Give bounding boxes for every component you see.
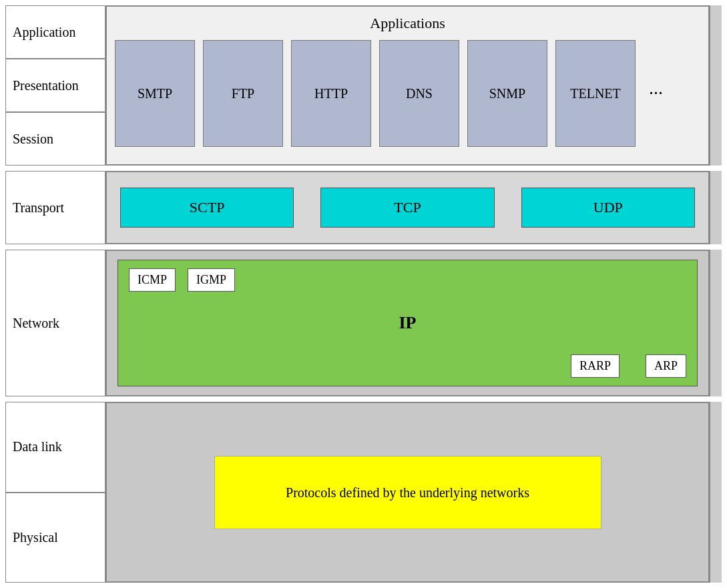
application-label: Application <box>5 5 105 59</box>
ip-container: IP ICMP IGMP RARP ARP <box>117 260 698 386</box>
ip-label: IP <box>399 313 417 333</box>
datalink-physical-content: Protocols defined by the underlying netw… <box>105 402 710 583</box>
app-protocols: SMTP FTP HTTP DNS SNMP TELNET ··· <box>115 40 700 147</box>
datalink-physical-row: Data link Physical Protocols defined by … <box>5 402 722 583</box>
transport-label-group: Transport <box>5 171 105 244</box>
transport-content: SCTP TCP UDP <box>105 171 710 244</box>
arp-box: ARP <box>646 354 686 378</box>
presentation-label: Presentation <box>5 59 105 112</box>
scrollbar4[interactable] <box>710 402 722 583</box>
app-label-group: Application Presentation Session <box>5 5 105 166</box>
app-content: Applications SMTP FTP HTTP DNS SNMP TELN… <box>105 5 710 166</box>
datalink-physical-label-group: Data link Physical <box>5 402 105 583</box>
scrollbar[interactable] <box>710 5 722 166</box>
http-box: HTTP <box>291 40 371 147</box>
scrollbar3[interactable] <box>710 250 722 396</box>
network-label: Network <box>5 250 105 396</box>
telnet-box: TELNET <box>555 40 636 147</box>
igmp-box: IGMP <box>188 268 235 292</box>
physical-label: Physical <box>5 493 105 583</box>
session-label: Session <box>5 112 105 166</box>
scrollbar2[interactable] <box>710 171 722 244</box>
udp-box: UDP <box>521 188 695 228</box>
rarp-box: RARP <box>571 354 620 378</box>
underlying-protocols-box: Protocols defined by the underlying netw… <box>214 456 601 529</box>
network-diagram: Application Presentation Session Applica… <box>0 0 727 588</box>
app-title: Applications <box>115 15 700 32</box>
icmp-box: ICMP <box>129 268 176 292</box>
network-layer-row: Network IP ICMP IGMP RARP ARP <box>5 250 722 396</box>
tcp-box: TCP <box>320 188 494 228</box>
network-label-group: Network <box>5 250 105 396</box>
ftp-box: FTP <box>203 40 283 147</box>
underlying-text: Protocols defined by the underlying netw… <box>286 483 529 503</box>
transport-label: Transport <box>5 171 105 244</box>
dns-box: DNS <box>379 40 459 147</box>
transport-layer-row: Transport SCTP TCP UDP <box>5 171 722 244</box>
more-dots: ··· <box>649 83 663 104</box>
network-content: IP ICMP IGMP RARP ARP <box>105 250 710 396</box>
smtp-box: SMTP <box>115 40 195 147</box>
sctp-box: SCTP <box>120 188 294 228</box>
snmp-box: SNMP <box>467 40 547 147</box>
app-layer-row: Application Presentation Session Applica… <box>5 5 722 166</box>
datalink-label: Data link <box>5 402 105 493</box>
